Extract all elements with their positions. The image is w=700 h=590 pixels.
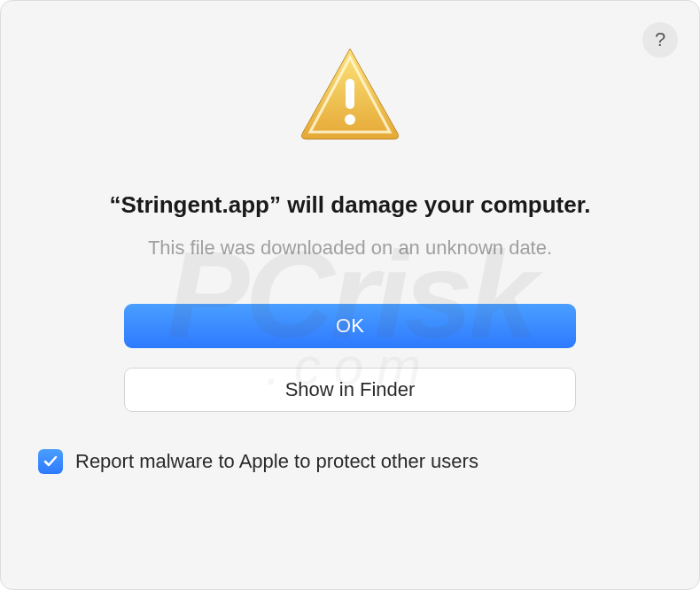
report-malware-checkbox[interactable]: [38, 449, 63, 474]
checkmark-icon: [43, 454, 58, 470]
show-in-finder-button[interactable]: Show in Finder: [124, 368, 576, 412]
report-malware-row: Report malware to Apple to protect other…: [1, 449, 478, 474]
dialog-buttons: OK Show in Finder: [124, 304, 576, 412]
dialog-title: “Stringent.app” will damage your compute…: [74, 191, 626, 219]
report-malware-label: Report malware to Apple to protect other…: [75, 450, 478, 473]
help-button[interactable]: ?: [642, 22, 678, 58]
ok-button[interactable]: OK: [124, 304, 576, 348]
help-icon: ?: [655, 28, 665, 51]
warning-icon: [297, 45, 403, 143]
gatekeeper-dialog: PCrisk .com ? “Stringent.app” will damag…: [0, 0, 700, 590]
svg-rect-0: [346, 79, 354, 109]
dialog-subtitle: This file was downloaded on an unknown d…: [113, 237, 587, 260]
svg-point-1: [345, 114, 355, 125]
